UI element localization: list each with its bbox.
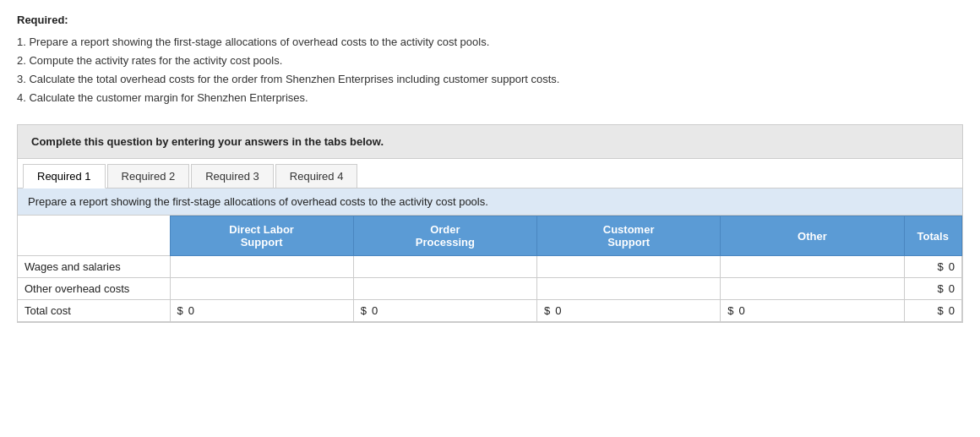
table-row: Wages and salaries [18, 256, 962, 278]
total-customer-support-dollar: $ [544, 304, 550, 317]
cell-wages-direct-labor[interactable] [170, 256, 353, 278]
total-other-dollar: $ [727, 304, 733, 317]
cell-wages-other[interactable] [721, 256, 904, 278]
complete-banner: Complete this question by entering your … [17, 124, 963, 159]
tabs-wrapper: Required 1 Required 2 Required 3 Require… [17, 159, 963, 323]
col-header-customer-support: Customer Support [537, 216, 721, 256]
cell-other-order-processing[interactable] [353, 278, 536, 300]
cell-other-totals: $ 0 [904, 278, 962, 300]
tab-required-1[interactable]: Required 1 [23, 164, 106, 188]
cell-wages-customer-support[interactable] [537, 256, 721, 278]
tab-content-description: Prepare a report showing the first-stage… [18, 188, 962, 216]
input-other-direct-labor[interactable] [177, 282, 346, 295]
col-header-other: Other [721, 216, 904, 256]
cell-total-direct-labor: $ 0 [170, 300, 353, 322]
input-wages-direct-labor[interactable] [177, 260, 346, 273]
total-order-processing-dollar: $ [361, 304, 367, 317]
table-row-total: Total cost $ 0 $ 0 [18, 300, 962, 322]
allocation-table: Direct Labor Support Order Processing Cu… [18, 216, 962, 322]
col-header-order-processing: Order Processing [353, 216, 536, 256]
wages-totals-dollar: $ [938, 260, 944, 273]
input-other-other[interactable] [727, 282, 896, 295]
cell-wages-totals: $ 0 [904, 256, 962, 278]
tabs-row: Required 1 Required 2 Required 3 Require… [18, 159, 962, 188]
row-label-other-overhead: Other overhead costs [18, 278, 170, 300]
total-other-value: 0 [738, 304, 744, 317]
cell-total-other: $ 0 [721, 300, 904, 322]
required-list: 1. Prepare a report showing the first-st… [17, 33, 963, 107]
cell-total-order-processing: $ 0 [353, 300, 536, 322]
cell-other-customer-support[interactable] [537, 278, 721, 300]
row-label-wages: Wages and salaries [18, 256, 170, 278]
total-customer-support-value: 0 [555, 304, 561, 317]
required-item-1: 1. Prepare a report showing the first-st… [17, 33, 963, 52]
col-header-totals: Totals [904, 216, 962, 256]
complete-banner-text: Complete this question by entering your … [31, 135, 384, 148]
other-totals-value: 0 [949, 282, 955, 295]
table-row: Other overhead costs [18, 278, 962, 300]
cell-wages-order-processing[interactable] [353, 256, 536, 278]
input-wages-customer-support[interactable] [544, 260, 713, 273]
row-label-total-cost: Total cost [18, 300, 170, 322]
table-container: Direct Labor Support Order Processing Cu… [18, 216, 962, 322]
total-order-processing-value: 0 [372, 304, 378, 317]
total-direct-labor-dollar: $ [177, 304, 183, 317]
cell-other-other[interactable] [721, 278, 904, 300]
required-item-4: 4. Calculate the customer margin for She… [17, 89, 963, 107]
col-header-label [18, 216, 170, 256]
tab-required-2[interactable]: Required 2 [107, 164, 190, 188]
cell-total-totals: $ 0 [904, 300, 962, 322]
cell-other-direct-labor[interactable] [170, 278, 353, 300]
total-totals-dollar: $ [938, 304, 944, 317]
required-item-2: 2. Compute the activity rates for the ac… [17, 52, 963, 70]
input-wages-order-processing[interactable] [361, 260, 530, 273]
required-heading: Required: [17, 14, 963, 26]
input-wages-other[interactable] [727, 260, 896, 273]
input-other-customer-support[interactable] [544, 282, 713, 295]
wages-totals-value: 0 [949, 260, 955, 273]
col-header-direct-labor: Direct Labor Support [170, 216, 353, 256]
total-direct-labor-value: 0 [188, 304, 194, 317]
required-item-3: 3. Calculate the total overhead costs fo… [17, 70, 963, 89]
input-other-order-processing[interactable] [361, 282, 530, 295]
total-totals-value: 0 [949, 304, 955, 317]
tab-required-3[interactable]: Required 3 [191, 164, 274, 188]
cell-total-customer-support: $ 0 [537, 300, 721, 322]
other-totals-dollar: $ [938, 282, 944, 295]
tab-required-4[interactable]: Required 4 [275, 164, 358, 188]
